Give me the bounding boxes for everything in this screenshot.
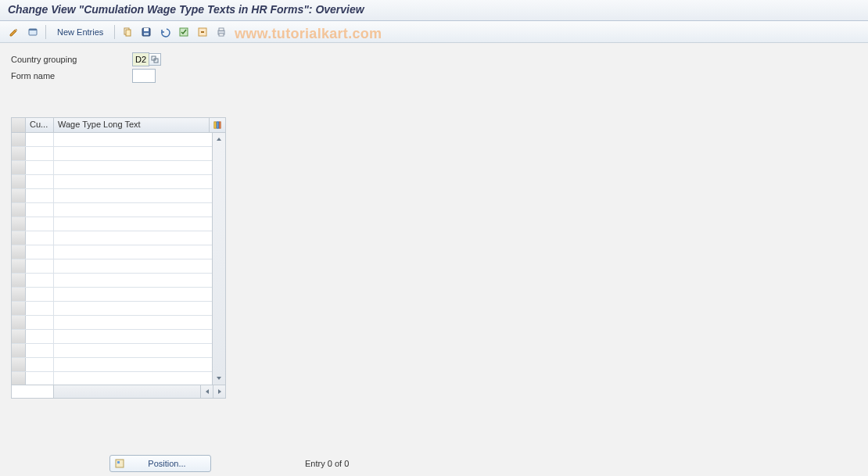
cell-cumulation[interactable] (26, 302, 54, 315)
row-selector[interactable] (12, 189, 26, 202)
cell-wage-type[interactable] (54, 302, 212, 315)
hscroll-track[interactable] (54, 385, 200, 398)
scroll-down-icon[interactable] (213, 372, 225, 385)
table-settings-icon[interactable] (210, 118, 225, 132)
table-row[interactable] (12, 330, 212, 344)
search-help-icon[interactable] (149, 53, 161, 66)
table-row[interactable] (12, 372, 212, 385)
row-selector[interactable] (12, 372, 26, 385)
cell-wage-type[interactable] (54, 133, 212, 146)
table-row[interactable] (12, 161, 212, 175)
table-row[interactable] (12, 344, 212, 358)
cell-wage-type[interactable] (54, 274, 212, 287)
cell-cumulation[interactable] (26, 231, 54, 245)
other-view-icon[interactable] (25, 24, 41, 40)
cell-cumulation[interactable] (26, 133, 54, 146)
row-selector[interactable] (12, 302, 26, 315)
deselect-all-icon[interactable] (195, 24, 210, 40)
table-row[interactable] (12, 259, 212, 274)
cell-wage-type[interactable] (54, 231, 212, 245)
table-row[interactable] (12, 358, 212, 372)
cell-cumulation[interactable] (26, 203, 54, 217)
row-selector[interactable] (12, 259, 26, 273)
row-selector[interactable] (12, 203, 26, 217)
cell-cumulation[interactable] (26, 189, 54, 202)
form-name-input[interactable] (132, 69, 156, 83)
cell-wage-type[interactable] (54, 344, 212, 357)
cell-cumulation[interactable] (26, 245, 54, 259)
svg-rect-11 (219, 28, 224, 30)
horizontal-scrollbar[interactable] (12, 385, 225, 398)
cell-wage-type[interactable] (54, 189, 212, 202)
cell-cumulation[interactable] (26, 358, 54, 371)
cell-wage-type[interactable] (54, 217, 212, 231)
row-selector[interactable] (12, 344, 26, 357)
row-selector[interactable] (12, 245, 26, 259)
cell-wage-type[interactable] (54, 259, 212, 273)
row-selector[interactable] (12, 147, 26, 160)
undo-icon[interactable] (157, 24, 173, 40)
row-selector[interactable] (12, 133, 26, 146)
cell-cumulation[interactable] (26, 274, 54, 287)
toggle-change-icon[interactable] (6, 24, 22, 40)
row-selector[interactable] (12, 330, 26, 343)
print-icon[interactable] (213, 24, 229, 40)
table-row[interactable] (12, 245, 212, 259)
table-row[interactable] (12, 288, 212, 302)
select-all-icon[interactable] (176, 24, 192, 40)
cell-wage-type[interactable] (54, 245, 212, 259)
select-all-column[interactable] (12, 118, 26, 132)
vertical-scrollbar[interactable] (212, 133, 225, 385)
scroll-up-icon[interactable] (213, 133, 225, 145)
row-selector[interactable] (12, 288, 26, 301)
row-selector[interactable] (12, 217, 26, 231)
scroll-right-icon[interactable] (213, 385, 225, 398)
table-row[interactable] (12, 133, 212, 147)
country-grouping-label: Country grouping (11, 55, 132, 64)
cell-wage-type[interactable] (54, 288, 212, 301)
cell-cumulation[interactable] (26, 161, 54, 174)
table-row[interactable] (12, 316, 212, 330)
cell-wage-type[interactable] (54, 316, 212, 329)
new-entries-button[interactable]: New Entries (51, 26, 109, 38)
copy-icon[interactable] (120, 24, 135, 40)
table-row[interactable] (12, 147, 212, 161)
table-row[interactable] (12, 217, 212, 231)
table-row[interactable] (12, 175, 212, 189)
cell-wage-type[interactable] (54, 161, 212, 174)
scrollbar-track[interactable] (213, 145, 225, 372)
cell-wage-type[interactable] (54, 330, 212, 343)
cell-cumulation[interactable] (26, 147, 54, 160)
row-selector[interactable] (12, 231, 26, 245)
table-row[interactable] (12, 302, 212, 316)
row-selector[interactable] (12, 161, 26, 174)
cell-cumulation[interactable] (26, 330, 54, 343)
position-button[interactable]: Position... (109, 455, 211, 472)
cell-cumulation[interactable] (26, 288, 54, 301)
column-wage-type[interactable]: Wage Type Long Text (54, 118, 210, 132)
row-selector[interactable] (12, 316, 26, 329)
cell-cumulation[interactable] (26, 175, 54, 188)
cell-cumulation[interactable] (26, 217, 54, 231)
cell-cumulation[interactable] (26, 344, 54, 357)
cell-wage-type[interactable] (54, 175, 212, 188)
cell-cumulation[interactable] (26, 316, 54, 329)
scroll-left-icon[interactable] (200, 385, 213, 398)
save-icon[interactable] (138, 24, 154, 40)
country-grouping-input[interactable] (132, 52, 149, 66)
cell-wage-type[interactable] (54, 358, 212, 371)
table-row[interactable] (12, 231, 212, 245)
table-row[interactable] (12, 203, 212, 217)
table-row[interactable] (12, 189, 212, 203)
row-selector[interactable] (12, 274, 26, 287)
cell-wage-type[interactable] (54, 372, 212, 385)
table-row[interactable] (12, 274, 212, 288)
svg-rect-1 (29, 29, 37, 30)
row-selector[interactable] (12, 358, 26, 371)
cell-cumulation[interactable] (26, 372, 54, 385)
row-selector[interactable] (12, 175, 26, 188)
cell-wage-type[interactable] (54, 147, 212, 160)
cell-cumulation[interactable] (26, 259, 54, 273)
cell-wage-type[interactable] (54, 203, 212, 217)
column-cumulation[interactable]: Cu... (26, 118, 54, 132)
